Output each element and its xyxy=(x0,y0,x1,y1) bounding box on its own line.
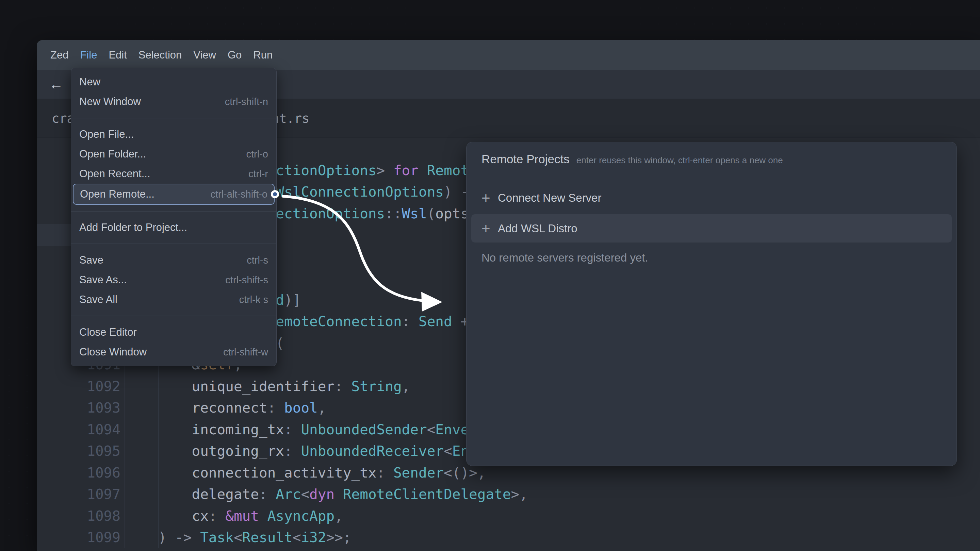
menu-item-new-window[interactable]: New Windowctrl-shift-n xyxy=(71,92,276,111)
file-menu-dropdown: NewNew Windowctrl-shift-nOpen File...Ope… xyxy=(71,68,277,366)
code-text: delegate: Arc<dyn RemoteClientDelegate>, xyxy=(124,483,528,505)
line-number: 1094 xyxy=(62,419,121,440)
code-text: connection_activity_tx: Sender<()>, xyxy=(124,462,485,484)
menu-item-label: New xyxy=(79,76,100,88)
menu-item-save-as[interactable]: Save As...ctrl-shift-s xyxy=(71,270,276,290)
menu-item-save[interactable]: Savectrl-s xyxy=(71,250,276,270)
navigate-back-icon[interactable]: ← xyxy=(49,77,63,92)
menu-item-label: Save xyxy=(79,254,103,266)
line-number: 1092 xyxy=(62,375,121,397)
menu-item-close-window[interactable]: Close Windowctrl-shift-w xyxy=(71,342,276,362)
line-number: 1093 xyxy=(62,397,121,419)
menu-item-open-file[interactable]: Open File... xyxy=(71,124,276,144)
menu-item-label: Open Folder... xyxy=(79,148,146,160)
line-number: 1099 xyxy=(62,527,121,548)
menu-item-label: Add Folder to Project... xyxy=(79,221,187,233)
code-text: ) -> Task<Result<i32>>; xyxy=(124,527,352,548)
menu-separator xyxy=(71,118,276,118)
code-line-1097: 1097 delegate: Arc<dyn RemoteClientDeleg… xyxy=(37,483,980,505)
empty-state-text: No remote servers registered yet. xyxy=(466,243,956,264)
menu-item-label: Open Remote... xyxy=(80,188,154,200)
code-text: cx: &mut AsyncApp, xyxy=(124,505,343,527)
menu-separator xyxy=(71,243,276,244)
menu-item-shortcut: ctrl-o xyxy=(247,149,268,160)
menu-item-label: Close Window xyxy=(79,346,147,358)
menu-item-label: Save All xyxy=(79,294,118,306)
menu-item-label: Open Recent... xyxy=(79,168,150,180)
menu-item-shortcut: ctrl-shift-n xyxy=(225,96,268,108)
menubar-item-zed[interactable]: Zed xyxy=(50,49,68,61)
line-number: 1096 xyxy=(62,462,121,484)
title-bar: ZedFileEditSelectionViewGoRun xyxy=(37,40,980,70)
menubar-item-edit[interactable]: Edit xyxy=(108,49,127,61)
menu-item-save-all[interactable]: Save Allctrl-k s xyxy=(71,290,276,310)
line-number: 1098 xyxy=(62,505,121,527)
menu-item-shortcut: ctrl-shift-s xyxy=(225,275,268,286)
menubar-item-selection[interactable]: Selection xyxy=(138,49,182,61)
menu-item-label: Open File... xyxy=(79,128,134,140)
modal-hint: enter reuses this window, ctrl-enter ope… xyxy=(576,155,783,166)
code-text: unique_identifier: String, xyxy=(124,375,410,397)
menu-item-shortcut: ctrl-s xyxy=(247,255,268,266)
menubar-item-run[interactable]: Run xyxy=(253,49,272,61)
menu-item-shortcut: ctrl-k s xyxy=(239,294,268,305)
annotation-anchor-dot xyxy=(271,190,279,198)
modal-action-add-wsl-distro[interactable]: +Add WSL Distro xyxy=(471,214,952,243)
menu-item-label: Save As... xyxy=(79,274,127,286)
menu-item-open-recent[interactable]: Open Recent...ctrl-r xyxy=(71,164,276,184)
menubar-item-file[interactable]: File xyxy=(80,49,97,61)
line-number: 1097 xyxy=(62,483,121,505)
line-number: 1095 xyxy=(62,440,121,462)
menu-item-open-remote[interactable]: Open Remote...ctrl-alt-shift-o xyxy=(73,184,275,205)
menu-item-label: Close Editor xyxy=(79,326,137,338)
menu-item-shortcut: ctrl-alt-shift-o xyxy=(210,189,267,200)
code-line-1099: 1099 ) -> Task<Result<i32>>; xyxy=(37,527,980,548)
modal-action-connect-new-server[interactable]: +Connect New Server xyxy=(466,181,956,214)
code-text: incoming_tx: UnboundedSender<Envelope>, xyxy=(124,419,519,440)
remote-projects-modal: Remote Projects enter reuses this window… xyxy=(466,142,957,466)
menu-separator xyxy=(71,316,276,316)
plus-icon: + xyxy=(482,191,498,205)
code-line-1098: 1098 cx: &mut AsyncApp, xyxy=(37,505,980,527)
plus-icon: + xyxy=(482,221,498,236)
menu-item-add-folder-to-project[interactable]: Add Folder to Project... xyxy=(71,218,276,237)
menu-item-shortcut: ctrl-r xyxy=(248,168,268,179)
menu-separator xyxy=(71,211,276,211)
menu-item-shortcut: ctrl-shift-w xyxy=(223,346,268,358)
menu-item-label: New Window xyxy=(79,95,141,108)
menu-item-close-editor[interactable]: Close Editor xyxy=(71,322,276,342)
menubar-item-view[interactable]: View xyxy=(193,49,216,61)
modal-action-label: Connect New Server xyxy=(498,192,601,205)
menu-item-open-folder[interactable]: Open Folder...ctrl-o xyxy=(71,144,276,164)
modal-action-label: Add WSL Distro xyxy=(498,222,578,235)
code-text: reconnect: bool, xyxy=(124,397,326,419)
menubar-item-go[interactable]: Go xyxy=(228,49,242,61)
modal-header: Remote Projects enter reuses this window… xyxy=(466,142,956,181)
menu-item-new[interactable]: New xyxy=(71,72,276,92)
modal-title: Remote Projects xyxy=(482,152,570,166)
